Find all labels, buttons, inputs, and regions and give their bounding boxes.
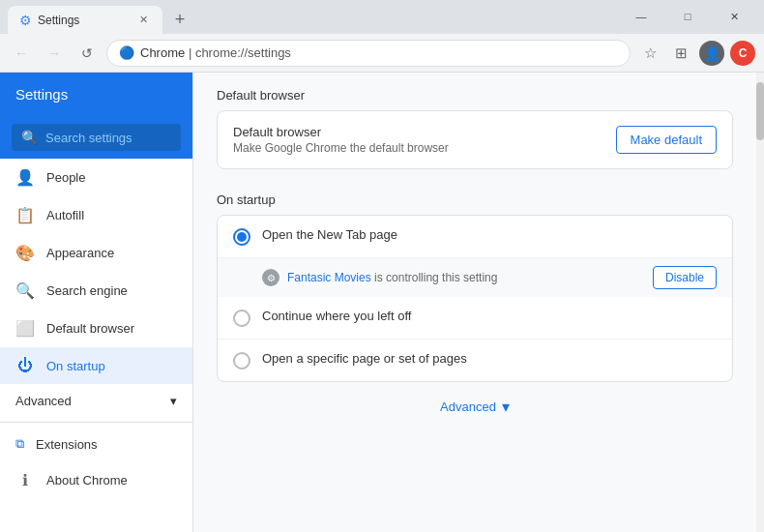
omnibox[interactable]: 🔵 Chrome | chrome://settings	[106, 40, 631, 67]
maximize-button[interactable]: □	[665, 3, 710, 30]
sidebar-advanced-section[interactable]: Advanced ▾	[0, 384, 192, 418]
sidebar-search-engine-label: Search engine	[46, 283, 128, 298]
sidebar-item-people[interactable]: 👤 People	[0, 159, 192, 196]
sidebar-title: Settings	[15, 86, 68, 103]
back-button[interactable]: ←	[8, 40, 35, 67]
omnibox-domain: Chrome	[140, 45, 185, 60]
extensions-icon: ⧉	[15, 436, 24, 452]
refresh-button[interactable]: ↺	[73, 40, 101, 67]
startup-option-new-tab-row[interactable]: Open the New Tab page	[218, 216, 732, 258]
radio-continue[interactable]	[233, 310, 250, 327]
omnibox-full-url: chrome://settings	[195, 45, 291, 60]
profile-avatar: 👤	[699, 41, 724, 66]
sidebar-header: Settings	[0, 73, 192, 116]
people-icon: 👤	[15, 168, 35, 187]
extension-note-text: Fantasic Movies is controlling this sett…	[287, 271, 645, 284]
startup-option-specific-page[interactable]: Open a specific page or set of pages	[218, 340, 732, 381]
advanced-label: Advanced	[15, 394, 72, 408]
disable-extension-button[interactable]: Disable	[653, 266, 717, 289]
startup-options: Open the New Tab page ⚙ Fantasic Movies …	[217, 215, 733, 382]
forward-button[interactable]: →	[41, 40, 68, 67]
default-browser-card-sub: Make Google Chrome the default browser	[233, 141, 616, 155]
extension-badge-icon: ⚙	[262, 269, 279, 286]
advanced-chevron-icon: ▾	[170, 394, 177, 408]
sidebar-item-appearance[interactable]: 🎨 Appearance	[0, 234, 192, 272]
sidebar-item-autofill[interactable]: 📋 Autofill	[0, 196, 192, 234]
settings-tab[interactable]: ⚙ Settings ✕	[8, 6, 162, 34]
title-bar: ⚙ Settings ✕ + — □ ✕	[0, 0, 764, 34]
tab-favicon: ⚙	[19, 13, 32, 28]
sidebar-default-browser-label: Default browser	[46, 321, 134, 336]
sidebar-item-extensions[interactable]: ⧉ Extensions	[0, 427, 192, 461]
chrome-menu-icon[interactable]: C	[729, 40, 756, 67]
continue-label: Continue where you left off	[262, 309, 717, 323]
advanced-footer-label: Advanced	[440, 399, 496, 414]
omnibox-url: Chrome | chrome://settings	[140, 45, 291, 60]
toolbar-icons: ☆ ⊞ 👤 C	[636, 40, 756, 67]
extensions-label: Extensions	[36, 437, 98, 452]
browser-body: Settings 🔍 Search settings 👤 People 📋 Au…	[0, 73, 764, 532]
default-browser-section-title: Default browser	[217, 73, 733, 110]
make-default-button[interactable]: Make default	[616, 126, 717, 154]
scrollbar[interactable]	[756, 73, 764, 532]
about-chrome-label: About Chrome	[46, 473, 128, 488]
default-browser-icon: ⬜	[15, 319, 35, 338]
sidebar-divider	[0, 422, 192, 423]
sidebar-item-default-browser[interactable]: ⬜ Default browser	[0, 310, 192, 347]
extension-name-link[interactable]: Fantasic Movies	[287, 271, 371, 284]
extension-note: ⚙ Fantasic Movies is controlling this se…	[218, 258, 732, 297]
on-startup-section-title: On startup	[217, 177, 733, 215]
default-browser-card: Default browser Make Google Chrome the d…	[217, 110, 733, 169]
profile-icon[interactable]: 👤	[698, 40, 725, 67]
sidebar-autofill-label: Autofill	[46, 208, 84, 222]
bookmark-star-icon[interactable]: ☆	[636, 40, 663, 67]
tab-close-button[interactable]: ✕	[135, 13, 151, 28]
chrome-icon: C	[730, 41, 755, 66]
radio-specific-page[interactable]	[233, 352, 250, 369]
content-inner: Default browser Default browser Make Goo…	[193, 73, 756, 455]
search-engine-icon: 🔍	[15, 281, 35, 300]
main-content: Default browser Default browser Make Goo…	[193, 73, 764, 532]
sidebar-item-on-startup[interactable]: ⏻ On startup	[0, 347, 192, 384]
about-chrome-icon: ℹ	[15, 471, 35, 489]
sidebar-appearance-label: Appearance	[46, 246, 114, 260]
advanced-footer-section[interactable]: Advanced ▾	[217, 382, 733, 431]
address-bar: ← → ↺ 🔵 Chrome | chrome://settings ☆ ⊞ 👤…	[0, 34, 764, 73]
omnibox-path: |	[189, 45, 195, 60]
sidebar-item-search-engine[interactable]: 🔍 Search engine	[0, 272, 192, 310]
search-icon: 🔍	[21, 130, 38, 145]
autofill-icon: 📋	[15, 206, 35, 224]
extensions-icon[interactable]: ⊞	[667, 40, 694, 67]
radio-new-tab[interactable]	[233, 228, 250, 246]
new-tab-label: Open the New Tab page	[262, 227, 717, 242]
extension-note-suffix: is controlling this setting	[371, 271, 498, 284]
default-browser-card-title: Default browser	[233, 125, 616, 139]
sidebar: Settings 🔍 Search settings 👤 People 📋 Au…	[0, 73, 193, 532]
specific-page-label: Open a specific page or set of pages	[262, 351, 717, 366]
advanced-footer-chevron-icon: ▾	[502, 398, 510, 416]
sidebar-on-startup-label: On startup	[46, 359, 105, 373]
on-startup-icon: ⏻	[15, 357, 35, 374]
default-browser-row: Default browser Make Google Chrome the d…	[218, 111, 732, 168]
sidebar-item-about-chrome[interactable]: ℹ About Chrome	[0, 461, 192, 499]
default-browser-card-text: Default browser Make Google Chrome the d…	[233, 125, 616, 155]
tab-title: Settings	[38, 14, 79, 27]
sidebar-people-label: People	[46, 170, 85, 185]
minimize-button[interactable]: —	[619, 3, 663, 30]
search-placeholder[interactable]: Search settings	[45, 131, 132, 145]
appearance-icon: 🎨	[15, 244, 35, 262]
scrollbar-thumb[interactable]	[756, 82, 764, 140]
window-controls: — □ ✕	[619, 3, 756, 30]
startup-option-new-tab: Open the New Tab page ⚙ Fantasic Movies …	[218, 216, 732, 297]
startup-option-continue[interactable]: Continue where you left off	[218, 297, 732, 340]
new-tab-button[interactable]: +	[166, 6, 193, 33]
omnibox-security-icon: 🔵	[119, 45, 134, 60]
close-button[interactable]: ✕	[712, 3, 756, 30]
radio-new-tab-fill	[237, 232, 247, 242]
